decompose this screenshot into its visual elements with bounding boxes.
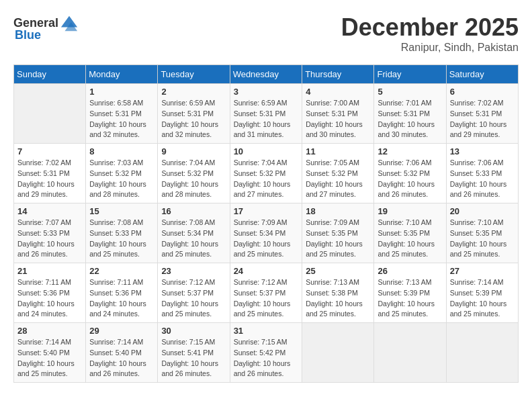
- day-number: 2: [161, 87, 226, 97]
- day-info: Sunrise: 7:02 AMSunset: 5:31 PMDaylight:…: [450, 98, 515, 140]
- day-number: 23: [161, 266, 226, 276]
- calendar-cell: 16Sunrise: 7:08 AMSunset: 5:34 PMDayligh…: [158, 203, 230, 263]
- month-title: December 2025: [341, 13, 519, 42]
- day-number: 30: [161, 326, 226, 336]
- calendar-cell: 21Sunrise: 7:11 AMSunset: 5:36 PMDayligh…: [14, 263, 86, 323]
- day-number: 13: [450, 146, 515, 156]
- weekday-header: Friday: [374, 65, 446, 84]
- calendar-cell: 12Sunrise: 7:06 AMSunset: 5:32 PMDayligh…: [374, 144, 446, 203]
- day-info: Sunrise: 6:59 AMSunset: 5:31 PMDaylight:…: [234, 98, 299, 140]
- day-info: Sunrise: 7:09 AMSunset: 5:35 PMDaylight:…: [306, 218, 370, 260]
- day-info: Sunrise: 6:59 AMSunset: 5:31 PMDaylight:…: [161, 98, 226, 140]
- weekday-header: Thursday: [302, 65, 374, 84]
- calendar-cell: 22Sunrise: 7:11 AMSunset: 5:36 PMDayligh…: [86, 263, 158, 323]
- day-number: 16: [161, 206, 226, 216]
- day-number: 12: [378, 146, 442, 156]
- calendar-cell: 8Sunrise: 7:03 AMSunset: 5:32 PMDaylight…: [86, 144, 158, 203]
- day-number: 7: [17, 146, 82, 156]
- day-number: 5: [378, 87, 442, 97]
- day-number: 10: [234, 146, 299, 156]
- calendar-cell: 25Sunrise: 7:13 AMSunset: 5:38 PMDayligh…: [302, 263, 374, 323]
- calendar-cell: 20Sunrise: 7:10 AMSunset: 5:35 PMDayligh…: [446, 203, 518, 263]
- logo-icon: [60, 13, 79, 32]
- calendar-cell: 13Sunrise: 7:06 AMSunset: 5:33 PMDayligh…: [446, 144, 518, 203]
- day-number: 31: [234, 326, 299, 336]
- logo-blue: Blue: [15, 28, 41, 42]
- day-number: 27: [450, 266, 515, 276]
- calendar-header-row: SundayMondayTuesdayWednesdayThursdayFrid…: [14, 65, 519, 84]
- day-info: Sunrise: 7:04 AMSunset: 5:32 PMDaylight:…: [161, 158, 226, 200]
- day-number: 8: [89, 146, 154, 156]
- calendar-cell: 17Sunrise: 7:09 AMSunset: 5:34 PMDayligh…: [230, 203, 302, 263]
- calendar-cell: 10Sunrise: 7:04 AMSunset: 5:32 PMDayligh…: [230, 144, 302, 203]
- day-info: Sunrise: 7:03 AMSunset: 5:32 PMDaylight:…: [89, 158, 154, 200]
- calendar-cell: 7Sunrise: 7:02 AMSunset: 5:31 PMDaylight…: [14, 144, 86, 203]
- calendar-cell: 23Sunrise: 7:12 AMSunset: 5:37 PMDayligh…: [158, 263, 230, 323]
- calendar-cell: 6Sunrise: 7:02 AMSunset: 5:31 PMDaylight…: [446, 84, 518, 144]
- calendar-week-row: 14Sunrise: 7:07 AMSunset: 5:33 PMDayligh…: [14, 203, 519, 263]
- day-number: 22: [89, 266, 154, 276]
- day-info: Sunrise: 7:11 AMSunset: 5:36 PMDaylight:…: [17, 277, 82, 320]
- calendar-cell: 11Sunrise: 7:05 AMSunset: 5:32 PMDayligh…: [302, 144, 374, 203]
- calendar-table: SundayMondayTuesdayWednesdayThursdayFrid…: [13, 64, 519, 383]
- calendar-cell: 2Sunrise: 6:59 AMSunset: 5:31 PMDaylight…: [158, 84, 230, 144]
- day-info: Sunrise: 6:58 AMSunset: 5:31 PMDaylight:…: [89, 98, 154, 140]
- calendar-cell: [302, 323, 374, 383]
- calendar-week-row: 7Sunrise: 7:02 AMSunset: 5:31 PMDaylight…: [14, 144, 519, 203]
- day-info: Sunrise: 7:10 AMSunset: 5:35 PMDaylight:…: [378, 218, 442, 260]
- calendar-week-row: 1Sunrise: 6:58 AMSunset: 5:31 PMDaylight…: [14, 84, 519, 144]
- day-number: 24: [234, 266, 299, 276]
- calendar-cell: 14Sunrise: 7:07 AMSunset: 5:33 PMDayligh…: [14, 203, 86, 263]
- calendar-cell: 31Sunrise: 7:15 AMSunset: 5:42 PMDayligh…: [230, 323, 302, 383]
- calendar-week-row: 21Sunrise: 7:11 AMSunset: 5:36 PMDayligh…: [14, 263, 519, 323]
- day-info: Sunrise: 7:13 AMSunset: 5:38 PMDaylight:…: [306, 277, 370, 320]
- calendar-cell: 19Sunrise: 7:10 AMSunset: 5:35 PMDayligh…: [374, 203, 446, 263]
- weekday-header: Wednesday: [230, 65, 302, 84]
- calendar-cell: 29Sunrise: 7:14 AMSunset: 5:40 PMDayligh…: [86, 323, 158, 383]
- day-info: Sunrise: 7:06 AMSunset: 5:33 PMDaylight:…: [450, 158, 515, 200]
- calendar-cell: 24Sunrise: 7:12 AMSunset: 5:37 PMDayligh…: [230, 263, 302, 323]
- day-info: Sunrise: 7:01 AMSunset: 5:31 PMDaylight:…: [378, 98, 442, 140]
- calendar-cell: 15Sunrise: 7:08 AMSunset: 5:33 PMDayligh…: [86, 203, 158, 263]
- day-info: Sunrise: 7:08 AMSunset: 5:33 PMDaylight:…: [89, 218, 154, 260]
- calendar-cell: [374, 323, 446, 383]
- calendar-cell: 28Sunrise: 7:14 AMSunset: 5:40 PMDayligh…: [14, 323, 86, 383]
- day-info: Sunrise: 7:09 AMSunset: 5:34 PMDaylight:…: [234, 218, 299, 260]
- day-number: 6: [450, 87, 515, 97]
- day-info: Sunrise: 7:11 AMSunset: 5:36 PMDaylight:…: [89, 277, 154, 320]
- day-info: Sunrise: 7:08 AMSunset: 5:34 PMDaylight:…: [161, 218, 226, 260]
- location-title: Ranipur, Sindh, Pakistan: [341, 42, 519, 54]
- day-number: 15: [89, 206, 154, 216]
- day-number: 18: [306, 206, 370, 216]
- day-number: 17: [234, 206, 299, 216]
- day-info: Sunrise: 7:07 AMSunset: 5:33 PMDaylight:…: [17, 218, 82, 260]
- calendar-cell: 18Sunrise: 7:09 AMSunset: 5:35 PMDayligh…: [302, 203, 374, 263]
- day-number: 3: [234, 87, 299, 97]
- day-info: Sunrise: 7:14 AMSunset: 5:40 PMDaylight:…: [17, 337, 82, 379]
- calendar-cell: 3Sunrise: 6:59 AMSunset: 5:31 PMDaylight…: [230, 84, 302, 144]
- day-number: 21: [17, 266, 82, 276]
- day-info: Sunrise: 7:15 AMSunset: 5:42 PMDaylight:…: [234, 337, 299, 379]
- day-number: 14: [17, 206, 82, 216]
- calendar-cell: 26Sunrise: 7:13 AMSunset: 5:39 PMDayligh…: [374, 263, 446, 323]
- calendar-week-row: 28Sunrise: 7:14 AMSunset: 5:40 PMDayligh…: [14, 323, 519, 383]
- day-info: Sunrise: 7:05 AMSunset: 5:32 PMDaylight:…: [306, 158, 370, 200]
- calendar-cell: 9Sunrise: 7:04 AMSunset: 5:32 PMDaylight…: [158, 144, 230, 203]
- day-info: Sunrise: 7:15 AMSunset: 5:41 PMDaylight:…: [161, 337, 226, 379]
- day-info: Sunrise: 7:06 AMSunset: 5:32 PMDaylight:…: [378, 158, 442, 200]
- day-info: Sunrise: 7:13 AMSunset: 5:39 PMDaylight:…: [378, 277, 442, 320]
- day-number: 19: [378, 206, 442, 216]
- weekday-header: Tuesday: [158, 65, 230, 84]
- logo: General Blue: [13, 13, 79, 42]
- day-number: 29: [89, 326, 154, 336]
- day-number: 11: [306, 146, 370, 156]
- day-number: 28: [17, 326, 82, 336]
- day-info: Sunrise: 7:14 AMSunset: 5:39 PMDaylight:…: [450, 277, 515, 320]
- weekday-header: Monday: [86, 65, 158, 84]
- day-number: 25: [306, 266, 370, 276]
- calendar-cell: 4Sunrise: 7:00 AMSunset: 5:31 PMDaylight…: [302, 84, 374, 144]
- weekday-header: Saturday: [446, 65, 518, 84]
- calendar-cell: 27Sunrise: 7:14 AMSunset: 5:39 PMDayligh…: [446, 263, 518, 323]
- day-number: 1: [89, 87, 154, 97]
- day-number: 4: [306, 87, 370, 97]
